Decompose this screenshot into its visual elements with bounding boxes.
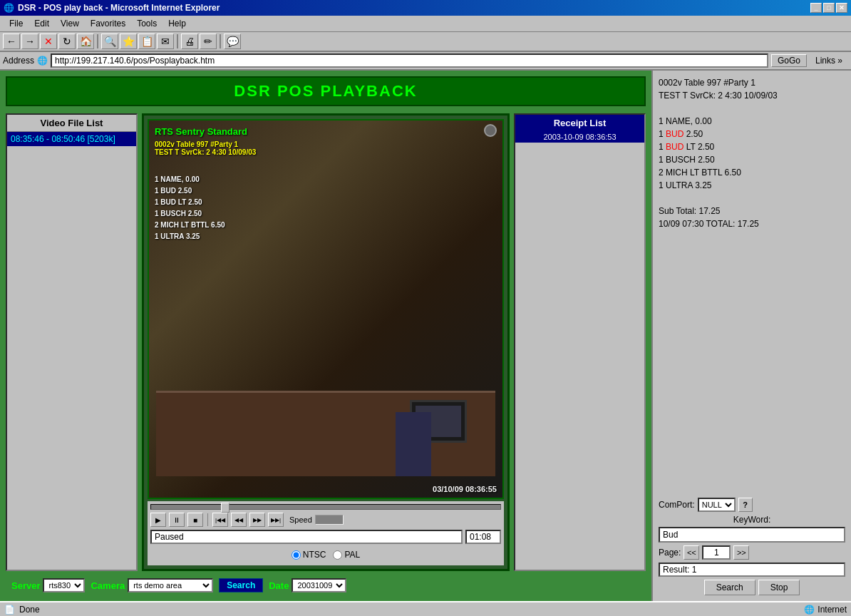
menu-view[interactable]: View bbox=[55, 17, 85, 30]
date-group: Date 20031009 bbox=[269, 578, 346, 592]
panels-row: Video File List 08:35:46 - 08:50:46 [520… bbox=[6, 113, 646, 571]
menu-favorites[interactable]: Favorites bbox=[85, 17, 131, 30]
stop-button[interactable]: ✕ bbox=[40, 34, 57, 49]
receipt-detail-line2: TEST T SvrCk: 2 4:30 10/09/03 bbox=[659, 89, 845, 102]
page-input[interactable] bbox=[702, 545, 731, 560]
scrubber-track[interactable] bbox=[150, 504, 501, 510]
receipt-detail-item3: 1 BUD LT 2.50 bbox=[659, 140, 845, 153]
video-file-list-header: Video File List bbox=[7, 115, 136, 132]
keyword-search-button[interactable]: Search bbox=[704, 580, 755, 595]
keyword-label: KeyWord: bbox=[659, 515, 845, 525]
comport-label: ComPort: bbox=[659, 500, 695, 510]
playback-controls-row: ▶ ⏸ ■ |◀◀ ◀◀ ▶▶ ▶▶| Speed bbox=[150, 513, 501, 527]
back-button[interactable]: ← bbox=[3, 34, 20, 49]
favorites-toolbar-button[interactable]: ⭐ bbox=[120, 34, 137, 49]
video-list-item[interactable]: 08:35:46 - 08:50:46 [5203k] bbox=[7, 132, 136, 146]
links-label: Links » bbox=[810, 55, 848, 66]
video-timestamp: 03/10/09 08:36:55 bbox=[433, 485, 497, 493]
receipt-detail-item1: 1 NAME, 0.00 bbox=[659, 115, 845, 128]
right-panel: 0002v Table 997 #Party 1 TEST T SvrCk: 2… bbox=[651, 71, 851, 601]
receipt-detail-subtotal: Sub Total: 17.25 bbox=[659, 205, 845, 217]
pause-button[interactable]: ⏸ bbox=[169, 513, 185, 527]
camera-select[interactable]: rts demo area bbox=[128, 578, 213, 592]
video-person bbox=[396, 412, 431, 476]
toolbar-separator-2 bbox=[177, 34, 178, 48]
camera-label: Camera bbox=[91, 580, 125, 591]
titlebar: 🌐 DSR - POS play back - Microsoft Intern… bbox=[0, 0, 851, 16]
toolbar-separator-1 bbox=[97, 34, 98, 48]
playback-status: Paused bbox=[150, 530, 463, 544]
speed-slider[interactable] bbox=[315, 515, 344, 525]
statusbar: 📄 Done 🌐 Internet bbox=[0, 601, 851, 616]
window-controls[interactable]: _ □ ✕ bbox=[810, 3, 847, 13]
statusbar-right: 🌐 Internet bbox=[804, 605, 847, 615]
window-title: DSR - POS play back - Microsoft Internet… bbox=[18, 3, 220, 13]
zone-label: Internet bbox=[818, 605, 847, 615]
date-select[interactable]: 20031009 bbox=[292, 578, 346, 592]
video-furniture bbox=[156, 391, 495, 476]
format-row: NTSC PAL bbox=[150, 547, 501, 563]
addressbar: Address 🌐 GoGo Links » bbox=[0, 52, 851, 71]
ntsc-radio[interactable]: NTSC bbox=[292, 550, 326, 560]
stop-playback-button[interactable]: ■ bbox=[187, 513, 203, 527]
receipt-datetime: 2003-10-09 08:36:53 bbox=[515, 131, 644, 143]
video-player-panel: RTS Sentry Standard 0002v Table 997 #Par… bbox=[142, 113, 510, 571]
pal-radio[interactable]: PAL bbox=[333, 550, 360, 560]
scrubber-thumb[interactable] bbox=[221, 503, 229, 513]
internet-icon: 🌐 bbox=[804, 605, 815, 615]
toolbar: ← → ✕ ↻ 🏠 🔍 ⭐ 📋 ✉ 🖨 ✏ 💬 bbox=[0, 32, 851, 52]
result-field: Result: 1 bbox=[659, 563, 845, 577]
video-file-list-panel: Video File List 08:35:46 - 08:50:46 [520… bbox=[6, 113, 138, 571]
receipt-detail: 0002v Table 997 #Party 1 TEST T SvrCk: 2… bbox=[659, 76, 845, 498]
address-input[interactable] bbox=[51, 53, 768, 68]
receipt-list-header: Receipt List bbox=[515, 115, 644, 131]
receipt-list-panel: Receipt List 2003-10-09 08:36:53 bbox=[514, 113, 646, 571]
statusbar-icon: 📄 bbox=[4, 605, 15, 615]
menu-edit[interactable]: Edit bbox=[29, 17, 55, 30]
keyword-input[interactable] bbox=[659, 527, 845, 543]
mail-button[interactable]: ✉ bbox=[157, 34, 174, 49]
help-button[interactable]: ? bbox=[738, 498, 753, 512]
receipt-detail-blank2 bbox=[659, 192, 845, 205]
search-toolbar-button[interactable]: 🔍 bbox=[101, 34, 118, 49]
camera-group: Camera rts demo area bbox=[91, 578, 213, 592]
skip-to-start-button[interactable]: |◀◀ bbox=[212, 513, 228, 527]
receipt-detail-blank1 bbox=[659, 102, 845, 115]
go-button[interactable]: GoGo bbox=[771, 54, 807, 67]
page-title: DSR POS PLAYBACK bbox=[234, 82, 417, 100]
receipt-list-content[interactable] bbox=[515, 143, 644, 570]
search-button[interactable]: Search bbox=[219, 578, 263, 592]
page-prev-button[interactable]: << bbox=[684, 545, 699, 560]
comport-select[interactable]: NULL bbox=[698, 498, 736, 512]
status-row: Paused 01:08 bbox=[150, 530, 501, 544]
refresh-button[interactable]: ↻ bbox=[58, 34, 76, 49]
print-button[interactable]: 🖨 bbox=[181, 34, 198, 49]
play-button[interactable]: ▶ bbox=[150, 513, 166, 527]
time-code: 01:08 bbox=[465, 530, 501, 544]
history-toolbar-button[interactable]: 📋 bbox=[138, 34, 155, 49]
home-button[interactable]: 🏠 bbox=[77, 34, 94, 49]
camera-indicator-icon bbox=[484, 124, 497, 137]
menu-file[interactable]: File bbox=[4, 17, 29, 30]
receipt-detail-item4: 1 BUSCH 2.50 bbox=[659, 153, 845, 166]
maximize-button[interactable]: □ bbox=[823, 3, 835, 13]
rewind-button[interactable]: ◀◀ bbox=[231, 513, 247, 527]
right-controls: ComPort: NULL ? KeyWord: Page: << >> Res… bbox=[659, 498, 845, 595]
video-receipt-line1: 0002v Table 997 #Party 1 TEST T SvrCk: 2… bbox=[155, 140, 256, 156]
keyword-stop-button[interactable]: Stop bbox=[758, 580, 800, 595]
fast-forward-button[interactable]: ▶▶ bbox=[249, 513, 265, 527]
toolbar-separator-3 bbox=[220, 34, 221, 48]
minimize-button[interactable]: _ bbox=[810, 3, 822, 13]
menu-tools[interactable]: Tools bbox=[131, 17, 163, 30]
discuss-button[interactable]: 💬 bbox=[224, 34, 241, 49]
bottom-controls-row: Server rts830 Camera rts demo area Searc… bbox=[6, 575, 646, 595]
page-next-button[interactable]: >> bbox=[733, 545, 749, 560]
close-button[interactable]: ✕ bbox=[836, 3, 847, 13]
video-items-overlay: 1 NAME, 0.00 1 BUD 2.50 1 BUD LT 2.50 1 … bbox=[155, 174, 225, 242]
forward-button[interactable]: → bbox=[21, 34, 38, 49]
skip-to-end-button[interactable]: ▶▶| bbox=[268, 513, 284, 527]
speed-label: Speed bbox=[289, 515, 312, 524]
edit-button[interactable]: ✏ bbox=[200, 34, 217, 49]
menu-help[interactable]: Help bbox=[163, 17, 192, 30]
server-select[interactable]: rts830 bbox=[43, 578, 85, 592]
